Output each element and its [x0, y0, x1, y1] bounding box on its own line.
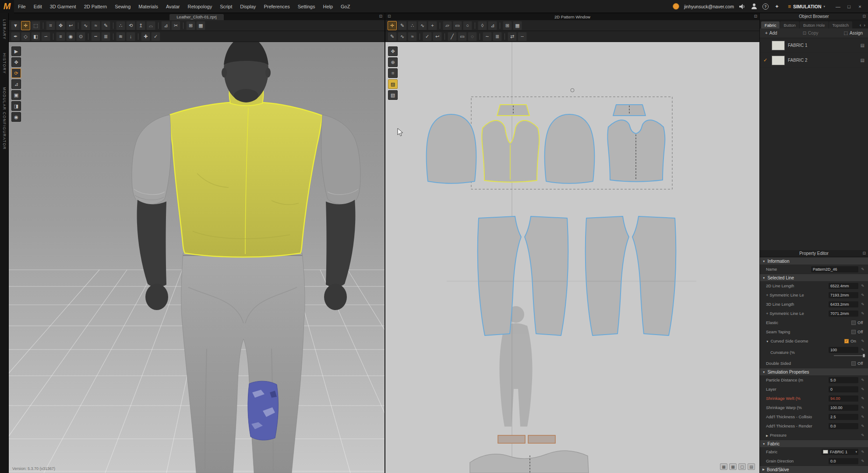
fabric-dropdown[interactable]: FABRIC 1 ▾ — [822, 449, 858, 455]
prop-value[interactable]: 0 — [829, 386, 858, 392]
curvature-input[interactable]: 100 — [829, 347, 858, 353]
edit-icon[interactable]: ✎ — [860, 378, 865, 382]
prop-value[interactable]: 0.0 — [829, 458, 858, 464]
edit-sewing-2d-icon[interactable]: ✎ — [388, 32, 397, 41]
pattern-sleeve-right[interactable] — [545, 114, 594, 184]
edit-icon[interactable]: ✎ — [860, 267, 865, 272]
tab-button[interactable]: Button — [780, 21, 799, 28]
dart-icon[interactable]: ◊ — [478, 21, 487, 30]
panel-tab-history[interactable]: HISTORY — [2, 53, 7, 74]
fabric-view-icon[interactable]: ▨ — [388, 79, 398, 89]
flatten-icon[interactable]: ⌓ — [146, 21, 155, 30]
tab-button-hole[interactable]: Button Hole — [800, 21, 829, 28]
topstitch-icon[interactable]: ┅ — [91, 32, 100, 41]
pen-3d-icon[interactable]: ✒ — [11, 32, 20, 41]
pattern-collar-front[interactable] — [497, 105, 529, 116]
pan-2d-icon[interactable]: ✥ — [388, 46, 398, 56]
edit-icon[interactable]: ✎ — [860, 406, 865, 410]
view-texture-icon[interactable]: ▤ — [748, 463, 755, 470]
trace-icon[interactable]: ⊿ — [488, 21, 497, 30]
buttonhole-icon[interactable]: ⊙ — [76, 32, 85, 41]
edit-icon[interactable]: ✎ — [860, 348, 865, 352]
smooth-mesh-icon[interactable]: ∽ — [41, 32, 50, 41]
curvature-slider[interactable] — [834, 354, 865, 357]
drag-icon[interactable]: ✥ — [56, 21, 65, 30]
transform-pattern-icon[interactable]: ✛ — [388, 21, 397, 30]
edit-icon[interactable]: ✎ — [860, 396, 865, 401]
gizmo-move-icon[interactable]: ✥ — [11, 57, 21, 67]
copy-fabric-button[interactable]: ⊡ Copy — [803, 31, 819, 35]
expand-icon[interactable]: ▶ — [766, 434, 768, 437]
help-icon[interactable]: ? — [762, 4, 769, 10]
prop-value[interactable]: 7071.2mm — [829, 311, 858, 317]
popout-icon[interactable]: ⊡ — [862, 14, 866, 18]
minimize-button[interactable]: — — [833, 0, 843, 13]
fabric-swatch[interactable] — [772, 41, 785, 50]
menu-file[interactable]: File — [14, 0, 30, 13]
menu-materials[interactable]: Materials — [134, 0, 162, 13]
button-icon[interactable]: ◉ — [66, 32, 75, 41]
user-icon[interactable] — [751, 3, 758, 10]
edit-pattern-icon[interactable]: ✎ — [398, 21, 407, 30]
menu-display[interactable]: Display — [236, 0, 260, 13]
grid-2d-icon[interactable]: ⊞ — [503, 21, 512, 30]
popout-icon[interactable]: ⊡ — [754, 14, 757, 18]
edit-icon[interactable]: ✎ — [860, 293, 865, 297]
menu-help[interactable]: Help — [319, 0, 337, 13]
fabric-item-2[interactable]: ✓ FABRIC 2 ▤ — [760, 53, 868, 68]
pattern-pieces-scene[interactable] — [385, 42, 759, 473]
name-input[interactable]: Pattern2D_46 — [811, 266, 858, 272]
camera-icon[interactable]: ◉ — [11, 112, 21, 122]
pattern-outline-icon[interactable]: ▦ — [513, 21, 522, 30]
scissors-icon[interactable]: ✂ — [171, 21, 180, 30]
account-email[interactable]: jinhyunsuck@naver.com — [684, 4, 734, 9]
prop-value[interactable]: 0.0 — [829, 423, 858, 429]
edit-sewing-icon[interactable]: ✎ — [101, 21, 110, 30]
menu-settings[interactable]: Settings — [294, 0, 319, 13]
panel-tab-library[interactable]: LIBRARY — [2, 19, 7, 40]
free-sewing-2d-icon[interactable]: ≈ — [408, 32, 417, 41]
menu-3d-garment[interactable]: 3D Garment — [46, 0, 80, 13]
prop-value[interactable]: 6522.4mm — [829, 283, 858, 289]
edit-icon[interactable]: ✎ — [860, 284, 865, 288]
menu-preferences[interactable]: Preferences — [260, 0, 293, 13]
edit-icon[interactable]: ✎ — [860, 433, 865, 438]
segment-sewing-2d-icon[interactable]: ∿ — [398, 32, 407, 41]
edit-icon[interactable]: ✎ — [860, 459, 865, 463]
pattern-waistband-pieces[interactable] — [498, 435, 555, 443]
panel-tab-modular-configurator[interactable]: MODULAR CONFIGURATOR — [2, 87, 7, 150]
rectangle-icon[interactable]: ▭ — [453, 21, 462, 30]
add-point-icon[interactable]: + — [428, 21, 437, 30]
pattern-patch-blue[interactable] — [248, 381, 279, 440]
plugin-icon[interactable]: ✦ — [773, 3, 780, 10]
pattern-hem-piece[interactable] — [470, 451, 589, 473]
tab-fabric[interactable]: Fabric — [761, 21, 780, 28]
view-front-icon[interactable]: ▣ — [11, 90, 21, 100]
reset-arrangement-icon[interactable]: ⟲ — [126, 21, 135, 30]
avatar-pants[interactable] — [181, 253, 305, 473]
view-mesh-icon[interactable]: ▦ — [720, 463, 727, 470]
collapse-icon[interactable]: ▼ — [766, 340, 769, 343]
zoom-2d-icon[interactable]: ⊕ — [388, 57, 398, 67]
curved-side-checkbox[interactable]: ✓ — [844, 339, 849, 343]
speaker-icon[interactable] — [739, 3, 746, 10]
gizmo-scale-icon[interactable]: ⊿ — [11, 79, 21, 89]
elastic-icon[interactable]: ∼ — [483, 32, 492, 41]
snap-grid-icon[interactable]: ⊞ — [186, 21, 195, 30]
pattern-sleeve-left[interactable] — [427, 114, 476, 184]
snap-2d-icon[interactable]: ⌗ — [388, 68, 398, 78]
fold-arrangement-icon[interactable]: ↩ — [66, 21, 75, 30]
tab-topstitch[interactable]: Topstitch — [829, 21, 853, 28]
section-information[interactable]: ▼ Information — [760, 257, 868, 265]
edit-icon[interactable]: ✎ — [860, 387, 865, 392]
pattern-pant-front-right[interactable] — [525, 216, 568, 335]
edit-icon[interactable]: ✎ — [860, 339, 865, 343]
view-outline-icon[interactable]: ▢ — [738, 463, 746, 470]
edit-texture-icon[interactable]: ◧ — [31, 32, 40, 41]
edit-mesh-icon[interactable]: ◇ — [21, 32, 30, 41]
edit-icon[interactable]: ✎ — [860, 415, 865, 419]
edit-icon[interactable]: ✎ — [860, 424, 865, 428]
section-fabric[interactable]: ▼ Fabric — [760, 440, 868, 447]
close-button[interactable]: × — [854, 0, 865, 13]
pattern-bodice-back[interactable] — [607, 120, 665, 182]
